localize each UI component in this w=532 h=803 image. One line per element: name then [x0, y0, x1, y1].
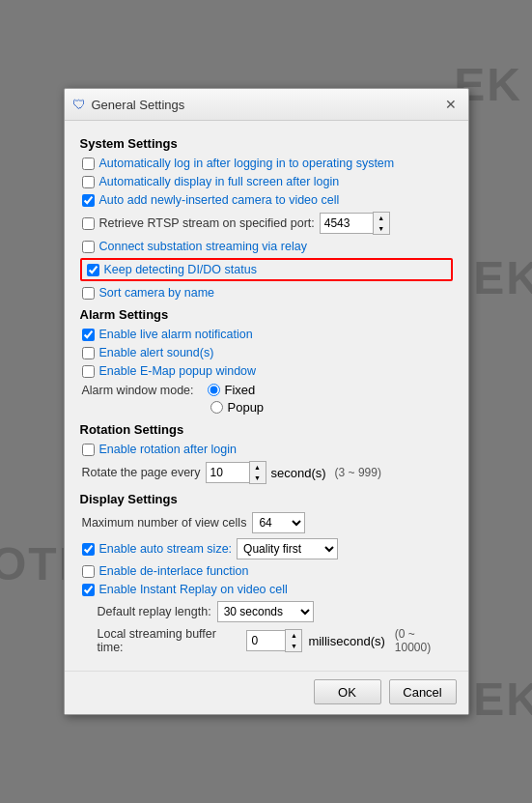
- buffer-spin-up[interactable]: ▲: [286, 630, 301, 641]
- rotate-page-input[interactable]: [206, 462, 249, 483]
- auto-stream-checkbox[interactable]: [82, 543, 95, 556]
- buffer-spin-down[interactable]: ▼: [286, 641, 301, 651]
- auto-stream-select[interactable]: Quality first Frame rate first Manual: [237, 538, 338, 559]
- rtsp-port-label[interactable]: Retrieve RTSP stream on specified port:: [99, 216, 315, 230]
- replay-length-select[interactable]: 10 seconds 20 seconds 30 seconds 60 seco…: [217, 601, 314, 622]
- alarm-mode-row: Alarm window mode: Fixed: [82, 383, 453, 397]
- rotate-page-row: Rotate the page every ▲ ▼ second(s) (3 ~…: [82, 461, 453, 484]
- buffer-label: Local streaming buffer time:: [98, 627, 241, 654]
- alarm-mode-fixed-label[interactable]: Fixed: [225, 383, 256, 397]
- instant-replay-label[interactable]: Enable Instant Replay on video cell: [99, 583, 288, 596]
- rotate-page-unit: second(s): [271, 466, 326, 480]
- display-settings-header: Display Settings: [80, 492, 453, 506]
- alarm-mode-label: Alarm window mode:: [82, 384, 198, 397]
- sort-camera-label[interactable]: Sort camera by name: [99, 286, 215, 300]
- auto-login-label[interactable]: Automatically log in after logging in to…: [99, 157, 395, 170]
- max-cells-row: Maximum number of view cells 16 32 64 12…: [82, 512, 453, 533]
- cancel-button[interactable]: Cancel: [389, 679, 457, 704]
- emap-popup-label[interactable]: Enable E-Map popup window: [99, 364, 257, 378]
- sort-camera-row: Sort camera by name: [82, 286, 453, 300]
- rtsp-port-input[interactable]: [320, 213, 373, 234]
- live-alarm-label[interactable]: Enable live alarm notification: [99, 328, 253, 341]
- full-screen-checkbox[interactable]: [82, 176, 95, 188]
- ok-button[interactable]: OK: [314, 679, 381, 704]
- rtsp-port-spin-down[interactable]: ▼: [374, 223, 389, 234]
- deinterlace-row: Enable de-interlace function: [82, 564, 453, 578]
- di-do-checkbox[interactable]: [87, 264, 99, 276]
- instant-replay-checkbox[interactable]: [82, 584, 95, 596]
- buffer-input[interactable]: [246, 630, 285, 651]
- alert-sound-checkbox[interactable]: [82, 347, 95, 359]
- enable-rotation-checkbox[interactable]: [82, 444, 95, 456]
- dialog-title-left: 🛡 General Settings: [72, 97, 185, 112]
- alarm-settings-header: Alarm Settings: [80, 307, 453, 322]
- sort-camera-checkbox[interactable]: [82, 287, 95, 300]
- replay-length-row: Default replay length: 10 seconds 20 sec…: [98, 601, 453, 622]
- substation-checkbox[interactable]: [82, 241, 95, 253]
- auto-login-row: Automatically log in after logging in to…: [82, 157, 453, 170]
- replay-length-label: Default replay length:: [98, 605, 211, 618]
- rotate-page-spinbox: ▲ ▼: [206, 461, 266, 484]
- rtsp-port-spinbox: ▲ ▼: [320, 212, 390, 235]
- enable-rotation-label[interactable]: Enable rotation after login: [99, 443, 237, 456]
- dialog-title-text: General Settings: [92, 98, 185, 112]
- full-screen-row: Automatically display in full screen aft…: [82, 175, 453, 188]
- auto-add-camera-row: Auto add newly-inserted camera to video …: [82, 193, 453, 207]
- buffer-row: Local streaming buffer time: ▲ ▼ millise…: [98, 627, 453, 654]
- dialog-icon: 🛡: [72, 97, 86, 112]
- buffer-hint: (0 ~ 10000): [395, 627, 453, 654]
- live-alarm-checkbox[interactable]: [82, 329, 95, 341]
- rotate-page-spin-buttons: ▲ ▼: [249, 461, 266, 484]
- max-cells-label: Maximum number of view cells: [82, 516, 247, 530]
- rtsp-port-spin-up[interactable]: ▲: [374, 213, 389, 223]
- instant-replay-row: Enable Instant Replay on video cell: [82, 583, 453, 596]
- di-do-row: Keep detecting DI/DO status: [80, 258, 453, 281]
- max-cells-select[interactable]: 16 32 64 128: [252, 512, 305, 533]
- general-settings-dialog: 🛡 General Settings ✕ System Settings Aut…: [64, 88, 469, 715]
- alarm-mode-popup-radio[interactable]: [210, 401, 223, 414]
- rotate-page-hint: (3 ~ 999): [335, 466, 381, 479]
- alert-sound-label[interactable]: Enable alert sound(s): [99, 346, 214, 359]
- di-do-label[interactable]: Keep detecting DI/DO status: [104, 263, 257, 276]
- rotate-page-label: Rotate the page every: [82, 466, 201, 479]
- substation-label[interactable]: Connect substation streaming via relay: [99, 240, 307, 253]
- system-settings-header: System Settings: [80, 136, 453, 151]
- auto-login-checkbox[interactable]: [82, 158, 95, 170]
- emap-popup-checkbox[interactable]: [82, 365, 95, 378]
- close-button[interactable]: ✕: [441, 95, 461, 114]
- rtsp-port-checkbox[interactable]: [82, 217, 95, 230]
- substation-row: Connect substation streaming via relay: [82, 240, 453, 253]
- auto-add-camera-label[interactable]: Auto add newly-inserted camera to video …: [99, 193, 340, 207]
- enable-rotation-row: Enable rotation after login: [82, 443, 453, 456]
- buffer-spinbox: ▲ ▼: [246, 629, 302, 652]
- auto-stream-row: Enable auto stream size: Quality first F…: [82, 538, 453, 559]
- auto-add-camera-checkbox[interactable]: [82, 194, 95, 207]
- deinterlace-checkbox[interactable]: [82, 565, 95, 578]
- alarm-mode-popup-row: Popup: [210, 400, 453, 415]
- watermark-mid-right: EK: [473, 251, 532, 304]
- alarm-mode-popup: Popup: [210, 400, 265, 415]
- rtsp-port-spin-buttons: ▲ ▼: [373, 212, 390, 235]
- rotate-page-spin-down[interactable]: ▼: [250, 473, 266, 483]
- dialog-titlebar: 🛡 General Settings ✕: [65, 89, 468, 121]
- rotation-settings-header: Rotation Settings: [80, 422, 453, 437]
- buffer-spin-buttons: ▲ ▼: [285, 629, 302, 652]
- full-screen-label[interactable]: Automatically display in full screen aft…: [99, 175, 340, 188]
- watermark-bot-right: EK: [473, 673, 532, 726]
- alarm-mode-fixed-radio[interactable]: [208, 384, 220, 396]
- emap-popup-row: Enable E-Map popup window: [82, 364, 453, 378]
- rotate-page-spin-up[interactable]: ▲: [250, 462, 266, 473]
- alarm-mode-fixed: Fixed: [208, 383, 256, 397]
- live-alarm-row: Enable live alarm notification: [82, 328, 453, 341]
- auto-stream-label[interactable]: Enable auto stream size:: [99, 542, 233, 556]
- deinterlace-label[interactable]: Enable de-interlace function: [99, 564, 249, 578]
- dialog-content: System Settings Automatically log in aft…: [65, 121, 468, 671]
- dialog-footer: OK Cancel: [65, 671, 468, 714]
- buffer-unit: millisecond(s): [308, 634, 384, 648]
- alarm-mode-popup-label[interactable]: Popup: [228, 400, 265, 415]
- rtsp-port-row: Retrieve RTSP stream on specified port: …: [82, 212, 453, 235]
- alert-sound-row: Enable alert sound(s): [82, 346, 453, 359]
